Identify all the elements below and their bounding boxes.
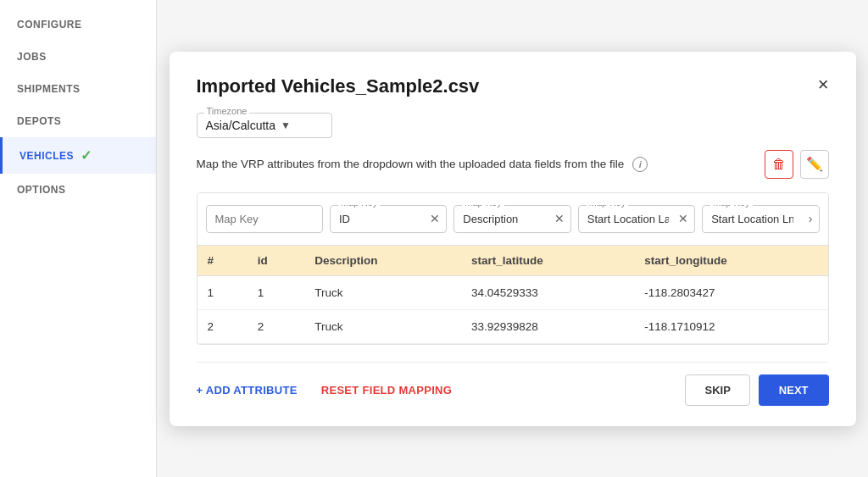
- add-attribute-button[interactable]: + ADD ATTRIBUTE: [197, 384, 298, 397]
- next-label: NEXT: [779, 384, 809, 397]
- cell-lat-2: 33.92939828: [461, 309, 634, 343]
- instruction-text: Map the VRP attributes from the dropdown…: [197, 158, 625, 170]
- info-icon: i: [632, 157, 648, 172]
- map-keys-row: Map Key ✕ Map Key ✕ Map Key ✕: [198, 193, 828, 246]
- table-head: # id Description start_latitude start_lo…: [198, 246, 828, 276]
- edit-button[interactable]: ✏️: [800, 150, 829, 179]
- delete-button[interactable]: 🗑: [765, 150, 793, 179]
- col-header-description: Description: [304, 246, 461, 276]
- keys-and-table: Map Key ✕ Map Key ✕ Map Key ✕: [197, 192, 829, 345]
- trash-icon: 🗑: [772, 157, 786, 172]
- sidebar-item-jobs-label: JOBS: [17, 51, 47, 63]
- cell-num-2: 2: [198, 309, 248, 343]
- instruction-row: Map the VRP attributes from the dropdown…: [197, 150, 829, 179]
- table-wrapper: # id Description start_latitude start_lo…: [198, 246, 828, 344]
- sidebar-item-configure-label: CONFIGURE: [17, 19, 82, 31]
- vehicles-check-icon: ✓: [81, 147, 92, 164]
- table-body: 1 1 Truck 34.04529333 -118.2803427 2 2 T…: [198, 275, 828, 343]
- map-key-clear-4[interactable]: ›: [809, 212, 813, 225]
- sidebar-item-depots[interactable]: DEPOTS: [0, 105, 156, 137]
- map-key-label-4: Map Key: [710, 205, 752, 208]
- sidebar-item-vehicles[interactable]: VEHICLES ✓: [0, 137, 156, 174]
- cell-num-1: 1: [198, 275, 248, 309]
- add-attr-label: + ADD ATTRIBUTE: [197, 384, 298, 397]
- table-row: 2 2 Truck 33.92939828 -118.1710912: [198, 309, 828, 343]
- map-key-label-1: Map Key: [338, 205, 380, 208]
- timezone-value: Asia/Calcutta: [206, 119, 275, 132]
- data-table: # id Description start_latitude start_lo…: [198, 246, 828, 344]
- cell-desc-2: Truck: [304, 309, 461, 343]
- sidebar-item-depots-label: DEPOTS: [17, 115, 61, 127]
- map-key-3: Map Key ✕: [578, 205, 695, 233]
- map-key-label-2: Map Key: [462, 205, 504, 208]
- cell-lng-2: -118.1710912: [634, 309, 827, 343]
- table-header-row: # id Description start_latitude start_lo…: [198, 246, 828, 276]
- edit-icon: ✏️: [806, 156, 823, 172]
- cell-lat-1: 34.04529333: [461, 275, 634, 309]
- reset-label: RESET FIELD MAPPING: [321, 384, 453, 397]
- sidebar-item-shipments[interactable]: SHIPMENTS: [0, 73, 156, 105]
- cell-id-1: 1: [248, 275, 305, 309]
- sidebar-item-vehicles-label: VEHICLES: [19, 150, 74, 162]
- sidebar-item-options-label: OPTIONS: [17, 184, 66, 196]
- map-key-0: [206, 205, 323, 233]
- table-row: 1 1 Truck 34.04529333 -118.2803427: [198, 275, 828, 309]
- map-key-label-3: Map Key: [587, 205, 628, 208]
- map-key-2: Map Key ✕: [453, 205, 570, 233]
- col-header-num: #: [198, 246, 248, 276]
- map-key-1: Map Key ✕: [330, 205, 447, 233]
- main-area: Imported Vehicles_Sample2.csv × Timezone…: [157, 0, 868, 477]
- map-key-input-0[interactable]: [206, 205, 323, 233]
- map-key-clear-2[interactable]: ✕: [554, 212, 565, 225]
- close-button[interactable]: ×: [818, 75, 829, 94]
- next-button[interactable]: NEXT: [759, 374, 829, 406]
- col-header-lat: start_latitude: [461, 246, 634, 276]
- cell-id-2: 2: [248, 309, 305, 343]
- timezone-select[interactable]: Timezone Asia/Calcutta ▼: [197, 113, 332, 138]
- mapkeys-row: Map Key ✕ Map Key ✕ Map Key ✕: [206, 205, 820, 233]
- map-key-4: Map Key ›: [702, 205, 819, 233]
- reset-field-mapping-button[interactable]: RESET FIELD MAPPING: [321, 384, 453, 397]
- cell-lng-1: -118.2803427: [634, 275, 827, 309]
- sidebar-item-configure[interactable]: CONFIGURE: [0, 8, 156, 41]
- modal-footer: + ADD ATTRIBUTE RESET FIELD MAPPING SKIP…: [197, 362, 829, 406]
- timezone-dropdown-arrow: ▼: [281, 119, 291, 131]
- sidebar-item-jobs[interactable]: JOBS: [0, 41, 156, 73]
- skip-label: SKIP: [704, 384, 730, 397]
- map-key-clear-1[interactable]: ✕: [430, 212, 440, 225]
- col-header-lng: start_longitude: [634, 246, 827, 276]
- map-key-input-4[interactable]: [702, 205, 819, 233]
- sidebar-item-shipments-label: SHIPMENTS: [17, 83, 81, 95]
- timezone-section: Timezone Asia/Calcutta ▼: [197, 113, 829, 138]
- modal: Imported Vehicles_Sample2.csv × Timezone…: [170, 52, 856, 426]
- sidebar-item-options[interactable]: OPTIONS: [0, 174, 156, 206]
- col-header-id: id: [248, 246, 305, 276]
- cell-desc-1: Truck: [304, 275, 461, 309]
- skip-button[interactable]: SKIP: [685, 374, 749, 406]
- sidebar: CONFIGURE JOBS SHIPMENTS DEPOTS VEHICLES…: [0, 0, 157, 477]
- action-icons: 🗑 ✏️: [765, 150, 829, 179]
- map-key-clear-3[interactable]: ✕: [678, 212, 688, 225]
- modal-title: Imported Vehicles_Sample2.csv: [197, 75, 480, 97]
- modal-header: Imported Vehicles_Sample2.csv ×: [197, 75, 829, 97]
- timezone-label: Timezone: [204, 106, 250, 116]
- footer-right: SKIP NEXT: [685, 374, 828, 406]
